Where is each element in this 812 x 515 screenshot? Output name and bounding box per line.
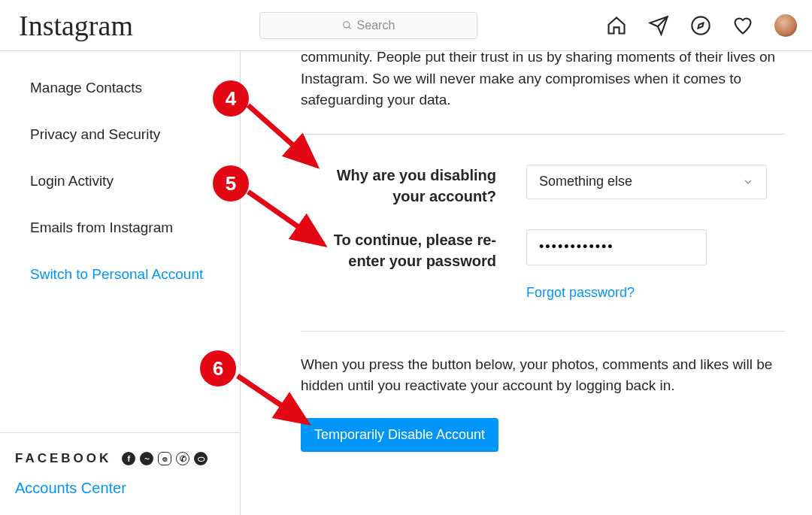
reason-select[interactable]: Something else: [526, 165, 767, 199]
temporarily-disable-button[interactable]: Temporarily Disable Account: [301, 418, 498, 452]
divider-2: [301, 331, 785, 332]
instagram-logo[interactable]: Instagram: [19, 9, 133, 42]
top-nav: Instagram Search: [0, 0, 812, 51]
facebook-app-icons: f ~ ⌾ ✆ ⬭: [122, 452, 208, 465]
search-input[interactable]: [259, 12, 477, 39]
settings-sidebar: Manage Contacts Privacy and Security Log…: [0, 51, 241, 515]
sidebar-item-switch-personal[interactable]: Switch to Personal Account: [0, 251, 240, 298]
instagram-icon: ⌾: [158, 452, 171, 465]
svg-marker-4: [698, 23, 704, 28]
fb-icon: f: [122, 452, 135, 465]
facebook-section: FACEBOOK f ~ ⌾ ✆ ⬭ Accounts Center: [0, 432, 240, 515]
heart-icon[interactable]: [732, 15, 753, 36]
oculus-icon: ⬭: [194, 452, 208, 465]
main-content: community. People put their trust in us …: [241, 51, 812, 515]
header-actions: [606, 14, 797, 37]
accounts-center-link[interactable]: Accounts Center: [15, 480, 225, 497]
whatsapp-icon: ✆: [176, 452, 189, 465]
chevron-down-icon: [742, 176, 754, 188]
password-input[interactable]: [526, 229, 707, 265]
reason-select-value: Something else: [539, 174, 632, 189]
send-icon[interactable]: [648, 15, 669, 36]
search-wrap: Search: [259, 12, 477, 39]
disable-notice: When you press the button below, your ph…: [301, 354, 785, 397]
home-icon[interactable]: [606, 15, 627, 36]
reason-label: Why are you disabling your account?: [301, 165, 496, 207]
explore-icon[interactable]: [690, 15, 711, 36]
sidebar-item-privacy-security[interactable]: Privacy and Security: [0, 111, 240, 158]
sidebar-item-manage-contacts[interactable]: Manage Contacts: [0, 65, 240, 111]
svg-point-3: [692, 17, 709, 34]
password-label: To continue, please re-enter your passwo…: [301, 229, 496, 271]
forgot-password-link[interactable]: Forgot password?: [526, 285, 767, 301]
facebook-logo: FACEBOOK: [15, 451, 111, 466]
sidebar-item-login-activity[interactable]: Login Activity: [0, 158, 240, 204]
avatar[interactable]: [774, 14, 797, 37]
divider: [301, 134, 785, 135]
messenger-icon: ~: [140, 452, 153, 465]
intro-text: community. People put their trust in us …: [301, 51, 785, 111]
sidebar-item-emails[interactable]: Emails from Instagram: [0, 204, 240, 251]
